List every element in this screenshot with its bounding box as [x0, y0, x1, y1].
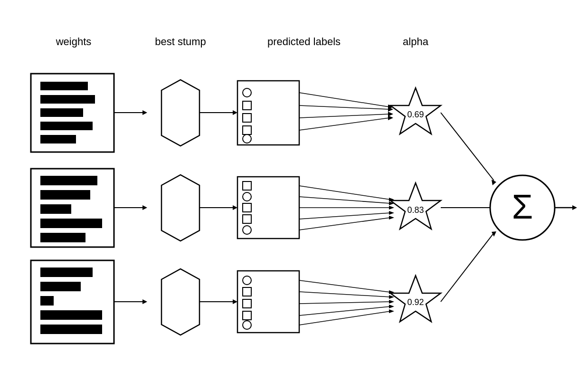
svg-rect-72	[243, 287, 251, 296]
svg-rect-43	[243, 203, 251, 212]
svg-rect-3	[40, 95, 95, 104]
best-stump-hex-1	[161, 80, 199, 146]
svg-rect-63	[40, 310, 102, 320]
weights-box-3	[31, 260, 114, 344]
svg-rect-2	[40, 82, 88, 90]
predicted-labels-box-1	[237, 81, 299, 145]
svg-rect-62	[40, 296, 54, 306]
svg-rect-15	[243, 114, 251, 122]
svg-rect-41	[243, 182, 251, 190]
svg-point-45	[243, 226, 251, 234]
weights-box-1	[31, 74, 114, 152]
alpha-value-1: 0.69	[407, 110, 424, 119]
best-stump-hex-3	[161, 269, 199, 335]
svg-marker-67	[161, 269, 199, 335]
svg-rect-60	[40, 268, 93, 277]
svg-rect-64	[40, 325, 102, 334]
svg-rect-32	[40, 204, 71, 214]
svg-rect-30	[40, 176, 97, 185]
predicted-labels-box-2	[237, 177, 299, 239]
predicted-labels-box-3	[237, 271, 299, 333]
svg-rect-61	[40, 282, 81, 291]
svg-point-75	[243, 321, 251, 329]
svg-rect-16	[243, 126, 251, 134]
svg-text:Σ: Σ	[512, 188, 533, 226]
svg-rect-6	[40, 135, 76, 143]
svg-rect-4	[40, 108, 83, 117]
svg-point-17	[243, 134, 251, 143]
best-stump-hex-2	[161, 175, 199, 241]
svg-rect-14	[243, 101, 251, 110]
alpha-label: alpha	[403, 36, 429, 48]
sigma-circle: Σ	[490, 175, 555, 240]
weights-box-2	[31, 169, 114, 247]
svg-point-71	[243, 276, 251, 285]
predicted-labels-label: predicted labels	[267, 36, 341, 48]
svg-rect-73	[243, 299, 251, 308]
best-stump-label: best stump	[155, 36, 206, 48]
svg-rect-44	[243, 215, 251, 223]
svg-rect-33	[40, 219, 102, 228]
alpha-value-3: 0.92	[407, 297, 424, 307]
alpha-value-2: 0.83	[407, 205, 424, 215]
svg-marker-37	[161, 175, 199, 241]
svg-rect-31	[40, 190, 90, 200]
svg-rect-74	[243, 311, 251, 320]
svg-marker-9	[161, 80, 199, 146]
svg-rect-5	[40, 122, 93, 130]
svg-point-42	[243, 192, 251, 201]
svg-rect-34	[40, 233, 85, 242]
svg-point-13	[243, 88, 251, 97]
weights-label: weights	[56, 36, 92, 48]
